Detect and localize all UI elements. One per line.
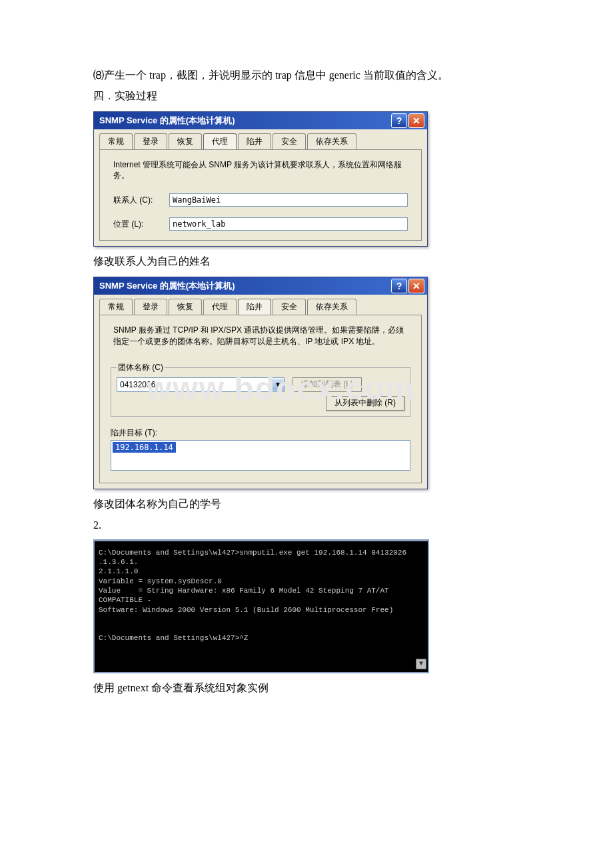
terminal-output: C:\Documents and Settings\wl427>snmputil… [95,541,428,672]
dialog2-titlebar: SNMP Service 的属性(本地计算机) ? ✕ [94,277,427,295]
agent-description: Internet 管理系统可能会从 SNMP 服务为该计算机要求联系人，系统位置… [100,150,421,191]
d2-tab-security[interactable]: 安全 [273,299,306,315]
dialog2-help-button[interactable]: ? [391,279,407,293]
remove-from-list-button[interactable]: 从列表中删除 (R) [326,396,404,411]
d2-tab-agent[interactable]: 代理 [203,299,237,315]
dialog2-title: SNMP Service 的属性(本地计算机) [99,280,390,292]
d2-tab-recovery[interactable]: 恢复 [169,299,202,315]
tab-recovery[interactable]: 恢复 [169,133,202,149]
tab-login[interactable]: 登录 [134,133,167,149]
dialog-title: SNMP Service 的属性(本地计算机) [99,115,390,127]
tab-general[interactable]: 常规 [99,133,133,149]
tab-agent[interactable]: 代理 [203,133,237,149]
d2-tab-login[interactable]: 登录 [134,299,167,315]
tab-content-agent: Internet 管理系统可能会从 SNMP 服务为该计算机要求联系人，系统位置… [99,149,422,241]
trap-description: SNMP 服务通过 TCP/IP 和 IPX/SPX 通讯协议提供网络管理。如果… [100,315,421,357]
tab-row: 常规 登录 恢复 代理 陷井 安全 依存关系 [94,129,427,149]
d2-tab-content: SNMP 服务通过 TCP/IP 和 IPX/SPX 通讯协议提供网络管理。如果… [99,315,422,483]
term-line-6: C:\Documents and Settings\wl427>^Z [99,634,248,642]
location-label: 位置 (L): [113,219,169,230]
command-prompt-window: C:\Documents and Settings\wl427>snmputil… [93,539,429,673]
snmp-properties-dialog-trap: SNMP Service 的属性(本地计算机) ? ✕ 常规 登录 恢复 代理 … [93,277,428,489]
community-label: 团体名称 (C) [117,362,165,373]
location-input[interactable] [169,217,408,231]
term-line-2: 2.1.1.1.0 [99,567,138,575]
d2-tab-dependencies[interactable]: 依存关系 [307,299,356,315]
d2-tab-trap[interactable]: 陷井 [238,299,271,315]
help-button[interactable]: ? [391,113,407,128]
snmp-properties-dialog-agent: SNMP Service 的属性(本地计算机) ? ✕ 常规 登录 恢复 代理 … [93,111,428,247]
tab-dependencies[interactable]: 依存关系 [307,133,356,149]
dialog-titlebar: SNMP Service 的属性(本地计算机) ? ✕ [94,112,427,129]
combo-dropdown-icon[interactable]: ▼ [272,379,284,391]
caption-community: 修改团体名称为自己的学号 [93,497,520,511]
question-8: ⑻产生一个 trap，截图，并说明显示的 trap 信息中 generic 当前… [93,67,520,84]
trap-target-item[interactable]: 192.168.1.14 [113,442,176,453]
community-value: 04132026 [117,380,272,389]
community-combo[interactable]: 04132026 ▼ [117,377,285,392]
contact-input[interactable] [169,193,408,207]
dialog2-close-button[interactable]: ✕ [408,279,424,293]
terminal-scroll-down-icon[interactable]: ▼ [416,659,426,669]
community-fieldset: 团体名称 (C) 04132026 ▼ 添加到列表 (L) 从列表中删除 (R) [111,362,410,417]
tab-security[interactable]: 安全 [273,133,306,149]
trap-target-list[interactable]: 192.168.1.14 [111,440,410,471]
trap-target-label: 陷井目标 (T): [100,422,421,440]
term-line-3: Variable = system.sysDescr.0 [99,577,222,585]
d2-tab-general[interactable]: 常规 [99,299,133,315]
dialog2-tab-row: 常规 登录 恢复 代理 陷井 安全 依存关系 [94,295,427,315]
step-2-label: 2. [93,519,520,531]
add-to-list-button[interactable]: 添加到列表 (L) [293,377,362,392]
caption-getnext: 使用 getnext 命令查看系统组对象实例 [93,681,520,695]
term-line-5: Software: Windows 2000 Version 5.1 (Buil… [99,606,393,614]
tab-trap[interactable]: 陷井 [238,133,271,149]
contact-label: 联系人 (C): [113,195,169,206]
term-line-4: Value = String Hardware: x86 Family 6 Mo… [99,587,393,604]
caption-contact: 修改联系人为自己的姓名 [93,255,520,269]
term-line-1: C:\Documents and Settings\wl427>snmputil… [99,549,411,566]
section-4-title: 四．实验过程 [93,89,520,103]
close-button[interactable]: ✕ [408,113,424,128]
